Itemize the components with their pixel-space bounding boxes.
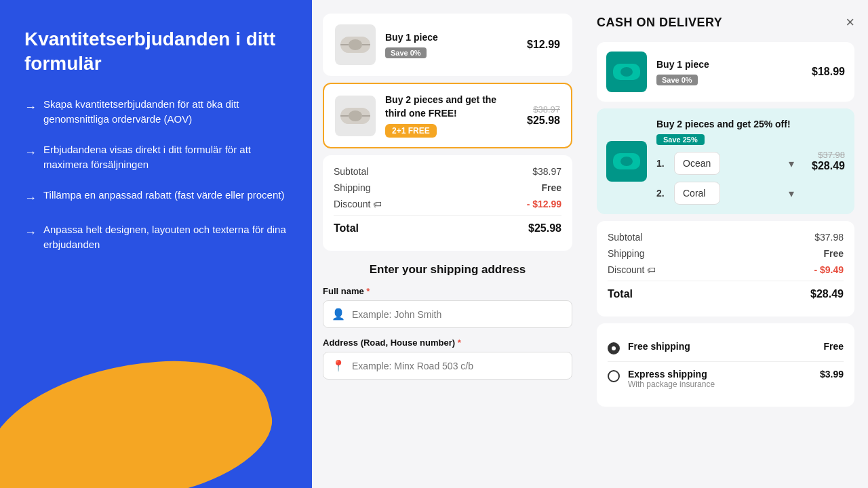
total-val: $25.98 — [528, 222, 561, 235]
feature-item-4: → Anpassa helt designen, layouten och te… — [24, 222, 288, 253]
radio-free-shipping[interactable] — [608, 342, 620, 354]
r-subtotal-val: $37.98 — [814, 232, 844, 243]
name-label: Full name * — [323, 286, 572, 296]
shipping-option-express[interactable]: Express shipping With package insurance … — [608, 361, 844, 396]
left-title: Kvantitetserbjudanden i ditt formulär — [24, 27, 288, 77]
close-button[interactable]: × — [846, 14, 854, 31]
dropdown-num-2: 2. — [656, 188, 667, 199]
shipping-label-free: Free shipping — [628, 341, 815, 352]
r-product-price-2: $37.98 $28.49 — [812, 150, 845, 172]
dropdown-num-1: 1. — [656, 158, 667, 169]
r-discount-label: Discount 🏷 — [608, 264, 656, 275]
product-price-2: $38.97 $25.98 — [527, 104, 560, 127]
feature-text-2: Erbjudandena visas direkt i ditt formulä… — [43, 142, 288, 173]
feature-text-1: Skapa kvantitetserbjudanden för att öka … — [43, 97, 288, 127]
shipping-price-free: Free — [823, 341, 844, 352]
shipping-name-express: Express shipping — [628, 369, 812, 380]
name-field-group: Full name * 👤 — [323, 286, 572, 328]
r-save-badge-1: Save 0% — [656, 75, 698, 85]
feature-list: → Skapa kvantitetserbjudanden för att ök… — [24, 97, 288, 253]
shipping-row: Shipping Free — [334, 182, 561, 193]
shipping-name-free: Free shipping — [628, 341, 815, 352]
r-total-label: Total — [608, 288, 633, 300]
product-image-1 — [335, 24, 376, 65]
r-product-image-2 — [606, 141, 647, 182]
color-select-2[interactable]: Coral Ocean Blue — [674, 182, 720, 205]
decorative-wave — [0, 331, 284, 488]
shipping-val: Free — [541, 182, 561, 193]
chevron-down-icon-1: ▾ — [789, 157, 794, 169]
name-required: * — [366, 286, 370, 296]
dropdown-row-1: 1. Ocean Coral Blue ▾ — [656, 152, 802, 175]
color-select-1[interactable]: Ocean Coral Blue — [674, 152, 720, 175]
product-price-1: $12.99 — [527, 39, 560, 51]
radio-express-shipping[interactable] — [608, 370, 620, 382]
svg-point-9 — [620, 67, 633, 77]
r-total-val: $28.49 — [810, 288, 844, 300]
feature-item-1: → Skapa kvantitetserbjudanden för att ök… — [24, 97, 288, 127]
total-label: Total — [334, 222, 359, 235]
r-product-info-1: Buy 1 piece Save 0% — [656, 58, 802, 85]
r-product-price-1: $18.99 — [812, 66, 845, 78]
feature-item-3: → Tillämpa en anpassad rabatt (fast värd… — [24, 188, 288, 207]
r-order-summary: Subtotal $37.98 Shipping Free Discount 🏷… — [597, 221, 854, 317]
product-title-2: Buy 2 pieces and get the third one FREE! — [385, 94, 517, 120]
chevron-down-icon-2: ▾ — [789, 186, 794, 199]
discount-tag-icon: 🏷 — [373, 199, 382, 209]
r-product-title-2: Buy 2 pieces and get 25% off! — [656, 118, 802, 131]
r-price-main-2: $28.49 — [812, 160, 845, 171]
address-field-group: Address (Road, House number) * 📍 — [323, 338, 572, 380]
discount-label: Discount 🏷 — [334, 199, 382, 209]
r-price-old-2: $37.98 — [812, 150, 845, 160]
shipping-option-free[interactable]: Free shipping Free — [608, 334, 844, 361]
r-total-row: Total $28.49 — [608, 281, 844, 300]
r-product-info-2: Buy 2 pieces and get 25% off! Save 25% 1… — [656, 118, 802, 205]
product-card-1[interactable]: Buy 1 piece Save 0% $12.99 — [323, 14, 572, 76]
product-card-2[interactable]: Buy 2 pieces and get the third one FREE!… — [323, 83, 572, 148]
shipping-price-express: $3.99 — [820, 369, 844, 380]
r-shipping-label: Shipping — [608, 248, 645, 259]
r-product-image-1 — [606, 52, 647, 92]
dropdown-row-2: 2. Coral Ocean Blue ▾ — [656, 182, 802, 205]
svg-point-5 — [349, 110, 362, 121]
total-row: Total $25.98 — [334, 215, 561, 235]
shipping-label-express: Express shipping With package insurance — [628, 369, 812, 389]
arrow-icon-4: → — [24, 224, 37, 242]
r-discount-val: - $9.49 — [814, 264, 844, 275]
order-summary: Subtotal $38.97 Shipping Free Discount 🏷… — [323, 155, 572, 251]
feature-text-3: Tillämpa en anpassad rabatt (fast värde … — [43, 188, 284, 203]
discount-row: Discount 🏷 - $12.99 — [334, 199, 561, 209]
r-save-badge-2: Save 25% — [656, 134, 705, 145]
middle-panel: Buy 1 piece Save 0% $12.99 Buy 2 pieces … — [312, 0, 583, 488]
r-product-card-1[interactable]: Buy 1 piece Save 0% $18.99 — [597, 42, 854, 102]
arrow-icon-3: → — [24, 189, 37, 207]
address-required: * — [458, 338, 461, 348]
product-title-1: Buy 1 piece — [385, 31, 517, 45]
dropdown-wrapper-2: Coral Ocean Blue ▾ — [674, 182, 802, 205]
location-icon: 📍 — [332, 359, 345, 372]
product-info-1: Buy 1 piece Save 0% — [385, 31, 517, 58]
r-shipping-row: Shipping Free — [608, 248, 844, 259]
panel-header: CASH ON DELIVERY × — [597, 14, 854, 31]
name-input-wrapper[interactable]: 👤 — [323, 300, 572, 328]
shipping-options: Free shipping Free Express shipping With… — [597, 323, 854, 407]
person-icon: 👤 — [332, 308, 345, 321]
r-product-card-2[interactable]: Buy 2 pieces and get 25% off! Save 25% 1… — [597, 108, 854, 214]
r-discount-tag-icon: 🏷 — [647, 265, 656, 275]
address-input[interactable] — [352, 361, 564, 371]
product-image-2 — [335, 96, 376, 136]
price-main-1: $12.99 — [527, 39, 560, 50]
left-panel: Kvantitetserbjudanden i ditt formulär → … — [0, 0, 312, 488]
price-old-2: $38.97 — [527, 104, 560, 115]
save-badge-1: Save 0% — [385, 47, 427, 58]
r-shipping-val: Free — [823, 248, 844, 259]
shipping-label: Shipping — [334, 182, 371, 193]
subtotal-row: Subtotal $38.97 — [334, 166, 561, 177]
arrow-icon-2: → — [24, 144, 37, 162]
address-input-wrapper[interactable]: 📍 — [323, 352, 572, 380]
name-input[interactable] — [352, 309, 564, 320]
panel-title: CASH ON DELIVERY — [597, 16, 722, 30]
r-product-title-1: Buy 1 piece — [656, 58, 802, 72]
r-discount-row: Discount 🏷 - $9.49 — [608, 264, 844, 275]
address-label: Address (Road, House number) * — [323, 338, 572, 348]
